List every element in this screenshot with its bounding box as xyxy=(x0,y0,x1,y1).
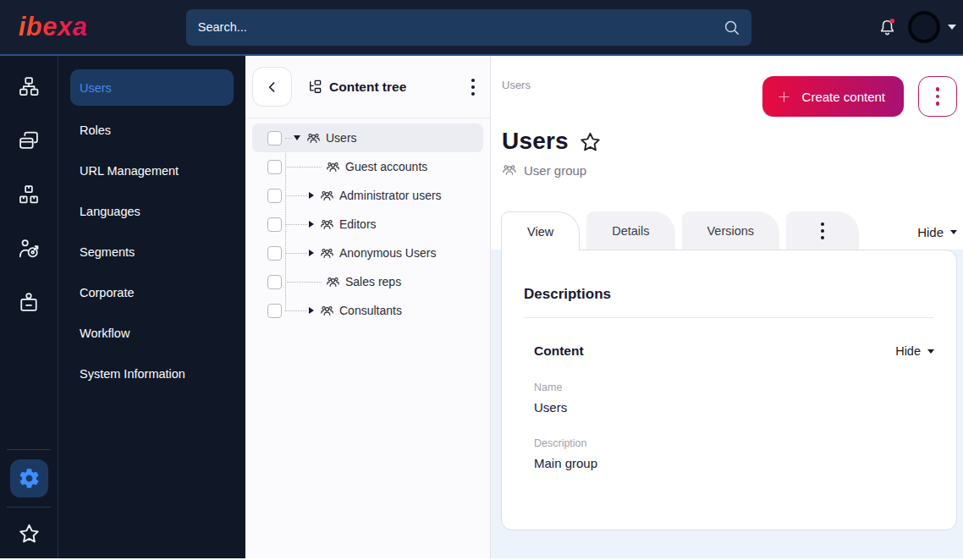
sidebar-item-url-management[interactable]: URL Management xyxy=(70,151,234,191)
tabs-bar: ViewDetailsVersions Hide xyxy=(501,211,957,250)
section-title: Content xyxy=(534,343,584,359)
hide-toggle[interactable]: Hide xyxy=(917,225,957,239)
tree-item-users[interactable]: Users xyxy=(252,124,483,152)
context-menu-button[interactable] xyxy=(918,76,957,117)
tree-connector-line xyxy=(285,195,307,196)
bookmarks-star-icon[interactable] xyxy=(17,522,41,546)
caret-right-icon[interactable] xyxy=(309,192,314,199)
content-type-row: User group xyxy=(502,162,963,178)
tree-item-consultants[interactable]: Consultants xyxy=(252,296,483,325)
kebab-icon xyxy=(936,85,940,107)
sidebar-item-roles[interactable]: Roles xyxy=(70,110,234,151)
notifications-bell-icon[interactable] xyxy=(877,17,898,38)
content-tree-panel: Content tree UsersGuest accountsAdminist… xyxy=(245,56,491,558)
bookmark-star-icon[interactable] xyxy=(578,130,603,155)
field-name: NameUsers xyxy=(534,382,934,415)
card-heading: Descriptions xyxy=(524,286,934,303)
collapse-tree-button[interactable] xyxy=(252,67,292,107)
tree-item-checkbox[interactable] xyxy=(267,131,282,145)
tab-details[interactable]: Details xyxy=(586,211,674,250)
sidebar-item-languages[interactable]: Languages xyxy=(70,191,234,232)
tree-item-sales-reps[interactable]: Sales reps xyxy=(252,267,483,296)
id-badge-icon[interactable] xyxy=(17,291,41,315)
tab-versions[interactable]: Versions xyxy=(682,211,780,250)
main-content: Users Create content Users User group xyxy=(491,56,963,558)
field-description: DescriptionMain group xyxy=(534,437,934,470)
tree-connector-line xyxy=(285,224,307,225)
sidebar-item-label: Corporate xyxy=(80,286,134,299)
search-icon[interactable] xyxy=(722,18,741,37)
caret-right-icon[interactable] xyxy=(309,307,314,314)
chevron-left-icon xyxy=(264,79,281,96)
search-input[interactable] xyxy=(186,9,751,46)
caret-right-icon[interactable] xyxy=(309,250,314,256)
sidebar-item-label: URL Management xyxy=(80,164,179,178)
tree-item-label: Editors xyxy=(339,217,377,231)
rail-item-admin[interactable] xyxy=(10,459,48,497)
content-tree-header: Content tree xyxy=(245,56,490,118)
tree-item-checkbox[interactable] xyxy=(267,246,282,261)
caret-down-icon[interactable] xyxy=(294,135,300,140)
caret-down-icon xyxy=(927,349,934,354)
sidebar-item-segments[interactable]: Segments xyxy=(70,232,234,272)
create-content-label: Create content xyxy=(802,90,885,104)
tab-label: Details xyxy=(612,224,649,238)
caret-down-icon xyxy=(950,230,957,234)
content-tree-list: UsersGuest accountsAdministrator usersEd… xyxy=(245,118,490,330)
caret-right-icon[interactable] xyxy=(309,221,314,228)
tree-connector-line xyxy=(285,282,322,283)
sidebar-item-corporate[interactable]: Corporate xyxy=(70,272,234,313)
ibexa-logo[interactable]: ibexa xyxy=(19,12,88,42)
user-group-icon xyxy=(320,189,334,203)
create-content-button[interactable]: Create content xyxy=(762,76,904,117)
sitemap-icon[interactable] xyxy=(17,74,41,98)
personalization-target-icon[interactable] xyxy=(17,237,41,261)
rail-divider xyxy=(7,449,51,450)
admin-sidebar: UsersRolesURL ManagementLanguagesSegment… xyxy=(58,56,245,558)
sidebar-item-label: Users xyxy=(80,81,112,95)
plus-icon xyxy=(776,89,792,105)
tab-view[interactable]: View xyxy=(501,211,580,250)
tab-label: View xyxy=(527,225,553,239)
global-search[interactable] xyxy=(186,9,751,46)
page-title: Users xyxy=(502,128,569,155)
tree-item-label: Anonymous Users xyxy=(339,246,436,260)
sidebar-item-label: Workflow xyxy=(80,327,129,340)
kebab-icon xyxy=(821,221,824,241)
tree-connector-line xyxy=(285,310,307,311)
tree-item-label: Guest accounts xyxy=(345,160,427,173)
tree-connector-line xyxy=(285,167,322,167)
tree-item-checkbox[interactable] xyxy=(267,217,282,232)
user-group-icon xyxy=(502,162,517,178)
user-group-icon xyxy=(326,160,340,174)
tree-options-kebab[interactable] xyxy=(468,74,478,101)
tree-item-administrator-users[interactable]: Administrator users xyxy=(252,181,483,210)
sidebar-item-users[interactable]: Users xyxy=(70,69,234,106)
tree-item-checkbox[interactable] xyxy=(267,160,282,174)
user-group-icon xyxy=(320,304,334,318)
user-group-icon xyxy=(326,275,340,289)
user-group-icon xyxy=(320,217,334,232)
sidebar-item-workflow[interactable]: Workflow xyxy=(70,313,234,354)
user-menu-caret-icon[interactable] xyxy=(948,25,956,30)
tree-item-checkbox[interactable] xyxy=(267,189,282,203)
field-value: Users xyxy=(534,400,934,415)
sidebar-item-label: System Information xyxy=(80,367,185,381)
descriptions-card: Descriptions Content Hide NameUsersDescr… xyxy=(501,250,957,530)
rail-divider xyxy=(7,507,51,508)
user-avatar[interactable] xyxy=(908,11,940,43)
tabs-more-kebab[interactable] xyxy=(786,211,859,250)
topbar: ibexa xyxy=(0,0,963,56)
tree-connector-line xyxy=(285,253,307,254)
pages-stack-icon[interactable] xyxy=(17,129,41,152)
tab-label: Versions xyxy=(707,224,755,238)
sidebar-item-system-information[interactable]: System Information xyxy=(70,354,234,394)
tree-item-editors[interactable]: Editors xyxy=(252,210,483,239)
tree-item-checkbox[interactable] xyxy=(267,304,282,318)
content-section-hide-toggle[interactable]: Hide xyxy=(895,344,934,358)
tree-item-checkbox[interactable] xyxy=(267,275,282,289)
modules-boxes-icon[interactable] xyxy=(17,183,41,206)
breadcrumb[interactable]: Users xyxy=(502,79,531,91)
tree-item-anonymous-users[interactable]: Anonymous Users xyxy=(252,239,483,267)
tree-item-guest-accounts[interactable]: Guest accounts xyxy=(252,152,483,181)
